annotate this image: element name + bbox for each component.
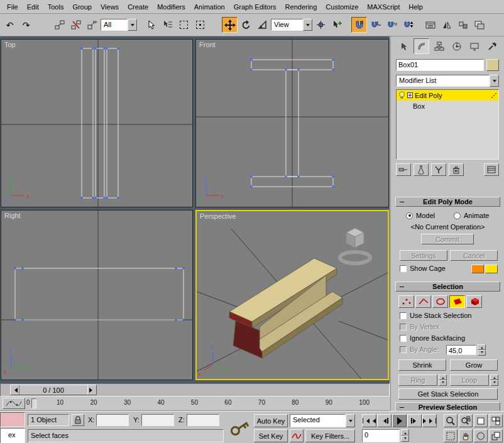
tab-utilities[interactable] (484, 38, 500, 54)
viewport-top[interactable]: Top y x z (1, 39, 193, 207)
zoom-extents-button[interactable] (474, 414, 488, 427)
align-button[interactable] (455, 17, 471, 33)
select-and-man ipulate-button[interactable] (329, 17, 345, 33)
set-key-button[interactable]: Set Key (254, 429, 288, 442)
selection-filter-combo[interactable]: All (101, 19, 137, 31)
viewport-right[interactable]: Right z y x (1, 210, 193, 380)
tab-hierarchy[interactable] (431, 38, 447, 54)
zoom-all-button[interactable] (459, 414, 473, 427)
spinner-up-icon[interactable] (478, 344, 486, 350)
current-frame-field[interactable]: 0 (362, 429, 400, 442)
mirror-button[interactable] (439, 17, 454, 33)
select-and-link-button[interactable] (52, 17, 67, 33)
element-mode-button[interactable] (466, 295, 482, 308)
remove-modifier-button[interactable] (449, 163, 464, 176)
selection-lock-button[interactable] (72, 414, 84, 426)
default-tangent-button[interactable] (290, 429, 304, 442)
expand-plus-icon[interactable] (407, 92, 413, 98)
show-end-result-button[interactable] (414, 163, 429, 176)
menu-edit[interactable]: Edit (23, 1, 43, 13)
viewport-perspective[interactable]: Perspective (195, 210, 389, 380)
tab-modify[interactable] (414, 38, 429, 54)
edge-mode-button[interactable] (415, 295, 431, 308)
next-frame-button[interactable] (407, 414, 422, 427)
spinner-up-icon[interactable] (490, 375, 498, 380)
key-set-dropdown-button[interactable] (346, 414, 355, 427)
previous-frame-arrow[interactable] (11, 385, 19, 395)
selection-filter-dropdown-button[interactable] (128, 19, 137, 31)
time-slider-track[interactable]: 0 / 100 (0, 383, 390, 397)
menu-help[interactable]: Help (404, 1, 427, 13)
viewport-right-canvas[interactable]: z y x (1, 211, 192, 380)
rectangular-selection-region-button[interactable] (176, 17, 192, 33)
unlink-selection-button[interactable] (68, 17, 84, 33)
window-crossing-button[interactable] (192, 17, 208, 33)
modifier-list-dropdown-button[interactable] (490, 75, 499, 87)
modifier-list-combo[interactable]: Modifier List (396, 75, 499, 87)
pin-stack-button[interactable] (396, 163, 411, 176)
rollout-selection[interactable]: Selection (395, 282, 500, 292)
by-angle-field[interactable]: 45,0 (446, 345, 476, 355)
cage-color-swatch[interactable] (471, 265, 484, 273)
viewport-front-canvas[interactable]: z x y (196, 40, 388, 207)
by-angle-spinner[interactable] (478, 344, 486, 356)
layer-manager-button[interactable] (471, 17, 487, 33)
grow-button[interactable]: Grow (450, 359, 498, 371)
arc-rotate-button[interactable] (474, 429, 488, 442)
viewport-top-label[interactable]: Top (4, 41, 16, 48)
named-selection-sets-button[interactable] (422, 17, 438, 33)
loop-spinner[interactable] (490, 375, 498, 386)
go-to-end-button[interactable] (422, 414, 437, 427)
reference-coord-system-combo[interactable]: View (271, 19, 312, 31)
select-by-name-button[interactable] (160, 17, 175, 33)
menu-modifiers[interactable]: Modifiers (153, 1, 190, 13)
min-max-toggle-button[interactable] (489, 429, 503, 442)
next-frame-arrow[interactable] (87, 385, 96, 395)
use-stack-selection-checkbox[interactable] (400, 312, 407, 319)
make-unique-button[interactable] (431, 163, 446, 176)
loop-button[interactable]: Loop (450, 375, 489, 386)
select-and-rotate-button[interactable] (238, 17, 254, 33)
redo-button[interactable]: ↷ (18, 17, 34, 33)
play-animation-button[interactable] (392, 414, 407, 427)
cancel-button[interactable]: Cancel (450, 250, 498, 261)
macro-recorder-pane[interactable] (0, 412, 25, 427)
track-bar[interactable]: 0 10 20 30 40 50 60 70 80 90 100 (0, 397, 390, 411)
angle-snap-button[interactable] (368, 17, 383, 33)
by-angle-checkbox[interactable] (400, 346, 407, 353)
z-coord-field[interactable] (187, 414, 219, 426)
get-stack-selection-button[interactable]: Get Stack Selection (398, 388, 498, 400)
select-and-scale-button[interactable] (255, 17, 270, 33)
stack-item-edit-poly[interactable]: Edit Poly (397, 90, 498, 101)
cage-selected-color-swatch[interactable] (485, 265, 498, 273)
by-vertex-checkbox[interactable] (400, 324, 407, 331)
bind-to-spacewarp-button[interactable] (84, 17, 100, 33)
ignore-backfacing-checkbox[interactable] (400, 335, 407, 342)
set-key-mode-button[interactable] (227, 415, 251, 441)
tab-motion[interactable] (449, 38, 464, 54)
zoom-extents-all-button[interactable] (489, 414, 503, 427)
menu-rendering[interactable]: Rendering (281, 1, 322, 13)
menu-file[interactable]: File (3, 1, 23, 13)
spinner-down-icon[interactable] (478, 350, 486, 356)
menu-maxscript[interactable]: MAXScript (363, 1, 404, 13)
border-mode-button[interactable] (432, 295, 448, 308)
previous-frame-button[interactable] (377, 414, 392, 427)
spinner-down-icon[interactable] (490, 380, 498, 386)
spinner-snap-button[interactable] (400, 17, 416, 33)
object-color-swatch[interactable] (486, 59, 499, 71)
model-radio[interactable] (406, 212, 413, 219)
menu-create[interactable]: Create (123, 1, 153, 13)
menu-animation[interactable]: Animation (190, 1, 229, 13)
zoom-button[interactable] (444, 414, 457, 427)
coord-system-dropdown-button[interactable] (303, 19, 312, 31)
x-coord-field[interactable] (96, 414, 129, 426)
auto-key-button[interactable]: Auto Key (254, 414, 288, 427)
spinner-down-icon[interactable] (439, 380, 447, 386)
menu-tools[interactable]: Tools (43, 1, 68, 13)
time-slider-thumb[interactable]: 0 / 100 (10, 385, 97, 395)
select-object-button[interactable] (143, 17, 159, 33)
viewport-right-label[interactable]: Right (4, 212, 21, 219)
stack-item-box[interactable]: Box (397, 101, 498, 111)
object-name-field[interactable]: Box01 (396, 59, 484, 71)
